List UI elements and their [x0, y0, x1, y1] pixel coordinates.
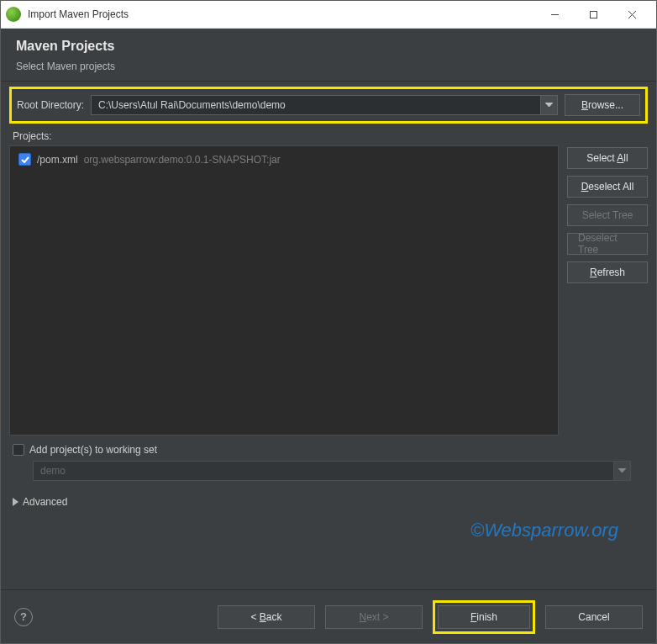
svg-marker-6 [13, 498, 18, 506]
working-set-combo [33, 461, 631, 481]
root-directory-row: Root Directory: Browse... [9, 87, 648, 124]
projects-list[interactable]: /pom.xml org.websparrow:demo:0.0.1-SNAPS… [9, 145, 559, 435]
titlebar: Import Maven Projects [1, 1, 656, 29]
finish-highlight: Finish [433, 600, 535, 634]
chevron-down-icon [613, 462, 630, 480]
svg-marker-5 [618, 468, 626, 472]
next-button: Next > [325, 605, 423, 629]
working-set-checkbox[interactable] [13, 444, 24, 456]
maximize-button[interactable] [574, 3, 612, 26]
help-icon[interactable]: ? [14, 608, 33, 626]
advanced-label: Advanced [23, 496, 67, 508]
root-directory-combo[interactable] [91, 95, 558, 115]
chevron-down-icon[interactable] [540, 96, 557, 114]
svg-rect-1 [590, 11, 597, 18]
minimize-button[interactable] [535, 3, 574, 26]
svg-marker-4 [545, 103, 553, 107]
browse-button[interactable]: Browse... [565, 94, 640, 116]
project-side-buttons: Select All Deselect All Select Tree Dese… [567, 145, 648, 435]
wizard-footer: ? < Back Next > Finish Cancel [1, 589, 656, 643]
eclipse-app-icon [6, 7, 21, 22]
page-title: Maven Projects [16, 39, 641, 54]
page-subtitle: Select Maven projects [16, 61, 641, 72]
project-name: /pom.xml [37, 154, 78, 166]
back-button[interactable]: < Back [218, 605, 315, 629]
close-button[interactable] [612, 3, 651, 26]
projects-area: /pom.xml org.websparrow:demo:0.0.1-SNAPS… [9, 145, 648, 435]
working-set-row: Add project(s) to working set [13, 444, 648, 456]
root-directory-input[interactable] [92, 96, 540, 114]
working-set-label: Add project(s) to working set [29, 444, 157, 456]
advanced-toggle[interactable]: Advanced [13, 496, 648, 508]
wizard-body: Root Directory: Browse... Projects: /pom… [1, 82, 656, 589]
deselect-tree-button: Deselect Tree [567, 233, 648, 255]
chevron-right-icon [13, 498, 19, 506]
deselect-all-button[interactable]: Deselect All [567, 176, 648, 198]
root-directory-label: Root Directory: [17, 99, 84, 111]
project-coords: org.websparrow:demo:0.0.1-SNAPSHOT:jar [84, 154, 281, 166]
select-tree-button: Select Tree [567, 204, 648, 226]
import-wizard-window: Import Maven Projects Maven Projects Sel… [0, 0, 657, 644]
projects-label: Projects: [13, 130, 648, 142]
refresh-button[interactable]: Refresh [567, 261, 648, 283]
window-title: Import Maven Projects [28, 8, 535, 20]
finish-button[interactable]: Finish [438, 605, 530, 629]
working-set-combo-row [33, 461, 631, 481]
wizard-header: Maven Projects Select Maven projects [1, 29, 656, 82]
list-item[interactable]: /pom.xml org.websparrow:demo:0.0.1-SNAPS… [18, 153, 549, 166]
select-all-button[interactable]: Select All [567, 147, 648, 169]
project-checkbox[interactable] [18, 153, 31, 166]
working-set-input [34, 462, 613, 480]
cancel-button[interactable]: Cancel [545, 605, 643, 629]
window-controls [535, 3, 651, 26]
